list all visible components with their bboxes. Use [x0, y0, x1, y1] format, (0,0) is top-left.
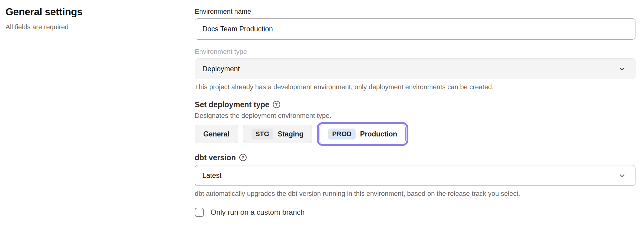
- page-header: General settings All fields are required: [5, 6, 176, 31]
- deployment-type-production-button[interactable]: PROD Production: [320, 125, 406, 143]
- chevron-down-icon: [618, 171, 626, 179]
- chevron-down-icon: [618, 65, 626, 73]
- page-title: General settings: [5, 6, 176, 18]
- help-icon[interactable]: ?: [273, 101, 280, 108]
- custom-branch-checkbox[interactable]: [195, 208, 204, 217]
- deployment-type-staging-button[interactable]: STG Staging: [243, 125, 312, 143]
- deployment-type-general-button[interactable]: General: [195, 125, 238, 143]
- deployment-type-heading-text: Set deployment type: [195, 100, 270, 109]
- deployment-type-production-label: Production: [360, 130, 397, 138]
- dbt-version-value: Latest: [202, 171, 222, 180]
- dbt-version-select[interactable]: Latest: [195, 165, 635, 186]
- deployment-type-general-label: General: [203, 130, 230, 138]
- environment-name-label: Environment name: [195, 7, 635, 16]
- deployment-type-desc: Designates the deployment environment ty…: [195, 111, 635, 120]
- environment-type-helper: This project already has a development e…: [195, 83, 635, 91]
- environment-type-value: Deployment: [202, 65, 240, 73]
- page-subtitle: All fields are required: [5, 23, 176, 31]
- dbt-version-heading: dbt version ?: [195, 153, 635, 162]
- custom-branch-row: Only run on a custom branch: [195, 208, 635, 217]
- production-badge: PROD: [328, 129, 356, 139]
- dbt-version-helper: dbt automatically upgrades the dbt versi…: [195, 189, 635, 198]
- environment-type-select: Deployment: [195, 58, 635, 79]
- staging-badge: STG: [251, 129, 273, 139]
- environment-type-label: Environment type: [195, 48, 635, 56]
- dbt-version-heading-text: dbt version: [195, 153, 236, 162]
- deployment-type-staging-label: Staging: [278, 130, 303, 138]
- deployment-type-options: General STG Staging PROD Production: [195, 125, 635, 143]
- general-settings-form: Environment name Environment type Deploy…: [195, 7, 635, 217]
- help-icon[interactable]: ?: [239, 154, 247, 161]
- custom-branch-label[interactable]: Only run on a custom branch: [211, 208, 305, 217]
- environment-name-input[interactable]: [195, 18, 635, 40]
- deployment-type-heading: Set deployment type ?: [195, 100, 635, 109]
